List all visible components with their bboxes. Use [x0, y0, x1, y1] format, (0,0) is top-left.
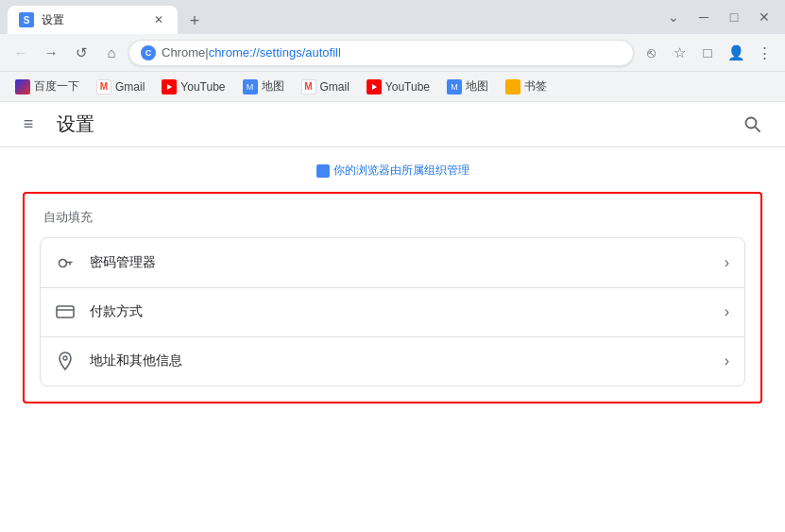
bookmark-label: YouTube	[385, 80, 430, 94]
window-controls: ⌄ ─ □ ✕	[660, 4, 777, 30]
youtube-icon	[162, 79, 177, 94]
svg-rect-5	[57, 306, 74, 317]
bookmark-gmail2[interactable]: M Gmail	[294, 76, 357, 98]
address-bar[interactable]: C Chrome | chrome://settings/autofill	[128, 40, 634, 66]
autofill-card: 密码管理器 › 付款方式 ›	[40, 237, 745, 386]
page-content: ≡ 设置 你的浏览器由所属组织管理 自动填充	[0, 102, 785, 532]
minimize-button[interactable]: ─	[691, 4, 717, 30]
maximize-button[interactable]: □	[721, 4, 747, 30]
bookmark-label: Gmail	[320, 80, 350, 94]
autofill-section-title: 自动填充	[40, 209, 745, 226]
bookmark-label: YouTube	[180, 80, 225, 94]
window-chevron-icon[interactable]: ⌄	[660, 4, 687, 30]
address-protocol: Chrome	[162, 45, 205, 60]
payment-method-item[interactable]: 付款方式 ›	[41, 287, 744, 336]
browser-toolbar: ← → ↺ ⌂ C Chrome | chrome://settings/aut…	[0, 34, 785, 72]
bookmark-gmail1[interactable]: M Gmail	[89, 76, 152, 98]
svg-marker-1	[372, 84, 377, 90]
settings-body: 你的浏览器由所属组织管理 自动填充	[0, 147, 785, 532]
bookmark-label: 地图	[466, 78, 488, 94]
card-icon	[56, 302, 75, 321]
payment-method-arrow: ›	[725, 303, 729, 320]
bookmark-label: 地图	[262, 78, 284, 94]
bookmark-maps1[interactable]: M 地图	[235, 75, 292, 98]
youtube-icon-2	[367, 79, 382, 94]
bookmarks-bar: 百度一下 M Gmail YouTube M 地图 M Gmail YouTub…	[0, 72, 785, 102]
bookmark-youtube2[interactable]: YouTube	[359, 76, 437, 98]
autofill-section: 自动填充 密码管理器 ›	[40, 209, 745, 386]
org-notice: 你的浏览器由所属组织管理	[23, 163, 762, 180]
tab-strip: S 设置 ✕ +	[8, 0, 660, 34]
home-button[interactable]: ⌂	[98, 40, 125, 66]
svg-line-3	[755, 127, 759, 131]
forward-button[interactable]: →	[38, 40, 64, 66]
payment-method-label: 付款方式	[90, 303, 709, 320]
gmail-icon-2: M	[301, 79, 316, 94]
address-label: 地址和其他信息	[90, 352, 709, 369]
reload-button[interactable]: ↺	[68, 40, 94, 66]
svg-point-4	[60, 259, 67, 266]
password-manager-item[interactable]: 密码管理器 ›	[41, 238, 744, 287]
extension-button[interactable]: □	[694, 40, 721, 66]
browser-window: S 设置 ✕ + ⌄ ─ □ ✕ ← → ↺ ⌂ C Chrome | chro…	[0, 0, 785, 532]
close-button[interactable]: ✕	[751, 4, 777, 30]
bookmark-button[interactable]: ☆	[666, 40, 692, 66]
bookmark-label: 书签	[524, 78, 547, 94]
settings-search-button[interactable]	[736, 108, 770, 142]
autofill-section-wrapper: 自动填充 密码管理器 ›	[23, 192, 762, 403]
active-tab[interactable]: S 设置 ✕	[8, 6, 178, 34]
org-notice-text: 你的浏览器由所属组织管理	[333, 163, 469, 179]
org-icon	[316, 164, 330, 178]
address-arrow: ›	[725, 352, 729, 369]
new-tab-button[interactable]: +	[181, 8, 208, 34]
key-icon	[56, 253, 75, 272]
org-notice-link[interactable]: 你的浏览器由所属组织管理	[316, 163, 469, 179]
tab-close-button[interactable]: ✕	[151, 12, 166, 27]
menu-toggle-button[interactable]: ≡	[15, 112, 42, 138]
share-button[interactable]: ⎋	[638, 40, 664, 66]
bookmark-label: Gmail	[115, 80, 145, 94]
bookmark-folder-icon	[505, 79, 520, 94]
tab-title: 设置	[42, 12, 144, 28]
menu-button[interactable]: ⋮	[751, 40, 777, 66]
title-bar: S 设置 ✕ + ⌄ ─ □ ✕	[0, 0, 785, 34]
settings-header: ≡ 设置	[0, 102, 785, 147]
bookmark-baidu[interactable]: 百度一下	[8, 75, 87, 98]
address-path: chrome://settings/autofill	[209, 45, 341, 60]
maps-icon-2: M	[447, 79, 462, 94]
maps-icon: M	[243, 79, 258, 94]
password-manager-arrow: ›	[725, 254, 729, 271]
tab-favicon: S	[19, 12, 34, 27]
bookmark-bookmarks[interactable]: 书签	[498, 75, 555, 98]
svg-marker-0	[167, 84, 172, 90]
bookmark-label: 百度一下	[34, 78, 79, 94]
site-favicon: C	[141, 45, 156, 60]
location-icon	[56, 352, 75, 370]
settings-page-title: 设置	[57, 112, 94, 137]
bookmark-youtube1[interactable]: YouTube	[154, 76, 232, 98]
profile-button[interactable]: 👤	[723, 40, 749, 66]
address-item[interactable]: 地址和其他信息 ›	[41, 336, 744, 386]
back-button[interactable]: ←	[8, 40, 34, 66]
password-manager-label: 密码管理器	[90, 254, 709, 271]
address-text: Chrome | chrome://settings/autofill	[162, 45, 341, 60]
baidu-icon	[15, 79, 30, 94]
gmail-icon: M	[96, 79, 111, 94]
bookmark-maps2[interactable]: M 地图	[439, 75, 496, 98]
toolbar-actions: ⎋ ☆ □ 👤 ⋮	[638, 40, 777, 66]
svg-point-7	[63, 356, 67, 360]
